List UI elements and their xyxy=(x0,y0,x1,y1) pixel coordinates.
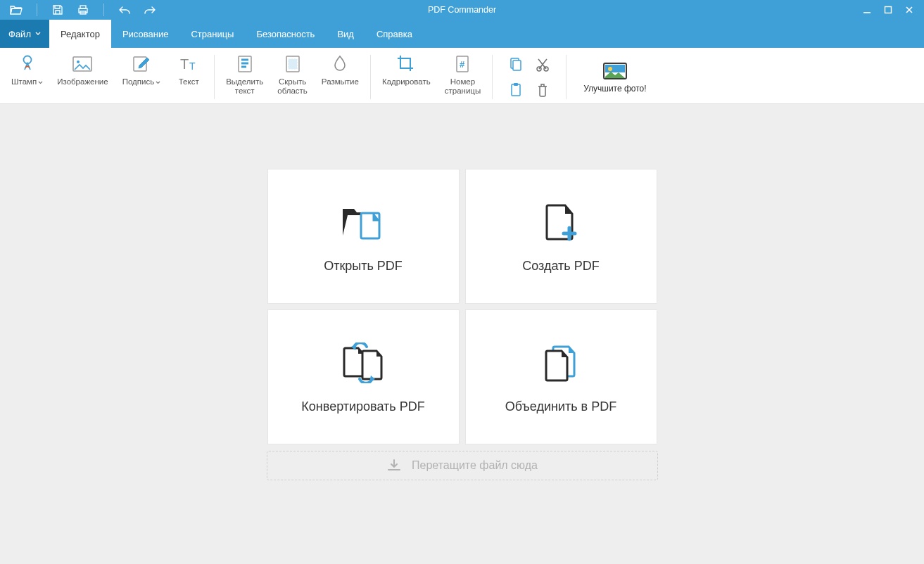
rlabel: Подпись xyxy=(122,77,155,86)
quick-access xyxy=(0,1,159,19)
chevron-down-icon xyxy=(156,81,160,84)
paste-button[interactable] xyxy=(504,79,528,101)
enhance-photo-button[interactable]: Улучшите фото! xyxy=(571,51,659,103)
delete-button[interactable] xyxy=(531,79,555,101)
page-number-icon: # xyxy=(454,52,471,76)
text-icon: T T xyxy=(178,52,199,76)
ribbon-separator xyxy=(492,55,493,99)
print-icon[interactable] xyxy=(74,1,92,19)
ribbon-group-insert: Штамп Изображение Подпись xyxy=(4,51,210,103)
menu-security[interactable]: Безопасность xyxy=(245,20,326,48)
separator xyxy=(37,4,37,16)
redo-icon[interactable] xyxy=(141,1,159,19)
page-number-button[interactable]: # Номер страницы xyxy=(438,51,488,103)
svg-point-27 xyxy=(608,67,612,71)
undo-icon[interactable] xyxy=(115,1,134,19)
create-pdf-card[interactable]: Создать PDF xyxy=(465,169,657,304)
menu-file[interactable]: Файл xyxy=(0,20,49,48)
window-controls xyxy=(859,2,924,18)
ribbon: Штамп Изображение Подпись xyxy=(0,48,924,104)
menu-label: Страницы xyxy=(191,29,234,39)
highlight-icon xyxy=(236,52,254,76)
rlabel: Размытие xyxy=(322,77,359,86)
convert-pdf-card[interactable]: Конвертировать PDF xyxy=(267,309,460,444)
merge-pdf-icon xyxy=(539,339,583,387)
enhance-photo-label: Улучшите фото! xyxy=(583,84,646,94)
maximize-button[interactable] xyxy=(880,2,896,18)
download-icon xyxy=(386,459,402,473)
menu-label: Редактор xyxy=(61,29,100,39)
menu-label: Рисование xyxy=(122,29,168,39)
menu-file-label: Файл xyxy=(8,29,31,39)
card-label: Открыть PDF xyxy=(324,259,403,274)
svg-rect-24 xyxy=(514,83,518,86)
menu-label: Вид xyxy=(337,29,354,39)
open-pdf-card[interactable]: Открыть PDF xyxy=(267,169,460,304)
open-pdf-icon xyxy=(338,198,388,246)
image-icon xyxy=(72,52,93,76)
start-cards: Открыть PDF Создать PDF xyxy=(267,169,657,444)
hide-area-icon xyxy=(284,52,302,76)
svg-rect-1 xyxy=(80,6,86,8)
menu-label: Справка xyxy=(376,29,412,39)
merge-pdf-card[interactable]: Объединить в PDF xyxy=(465,309,657,444)
menu-editor[interactable]: Редактор xyxy=(49,20,111,48)
signature-button[interactable]: Подпись xyxy=(115,51,168,103)
svg-rect-16 xyxy=(289,59,297,69)
chevron-down-icon xyxy=(35,32,41,36)
signature-icon xyxy=(132,52,151,76)
rlabel: Текст xyxy=(179,77,199,86)
highlight-text-button[interactable]: Выделить текст xyxy=(219,51,270,103)
svg-rect-4 xyxy=(885,7,892,13)
dropzone[interactable]: Перетащите файл сюда xyxy=(267,451,658,480)
cut-button[interactable] xyxy=(531,53,555,76)
dropzone-label: Перетащите файл сюда xyxy=(412,459,538,472)
stamp-icon xyxy=(18,52,37,76)
menu-view[interactable]: Вид xyxy=(326,20,365,48)
card-label: Конвертировать PDF xyxy=(301,399,424,414)
svg-point-7 xyxy=(77,60,80,63)
menu-help[interactable]: Справка xyxy=(365,20,424,48)
blur-button[interactable]: Размытие xyxy=(315,51,366,103)
text-button[interactable]: T T Текст xyxy=(167,51,210,103)
rlabel: Номер страницы xyxy=(445,77,481,96)
menu-drawing[interactable]: Рисование xyxy=(111,20,179,48)
hide-area-button[interactable]: Скрыть область xyxy=(270,51,315,103)
ribbon-separator xyxy=(566,55,567,99)
crop-icon xyxy=(396,52,416,76)
rlabel: Выделить текст xyxy=(226,77,263,96)
copy-button[interactable] xyxy=(504,53,528,76)
svg-text:T: T xyxy=(189,60,196,72)
image-button[interactable]: Изображение xyxy=(50,51,115,103)
svg-text:T: T xyxy=(180,56,189,72)
stamp-button[interactable]: Штамп xyxy=(4,51,50,103)
create-pdf-icon xyxy=(541,198,581,246)
svg-text:#: # xyxy=(460,59,465,70)
ribbon-separator xyxy=(214,55,215,99)
save-icon[interactable] xyxy=(49,1,67,19)
close-button[interactable] xyxy=(901,2,917,18)
svg-rect-23 xyxy=(512,84,520,96)
minimize-button[interactable] xyxy=(859,2,875,18)
card-label: Создать PDF xyxy=(522,259,599,274)
titlebar: PDF Commander xyxy=(0,0,924,20)
menu-pages[interactable]: Страницы xyxy=(179,20,245,48)
enhance-photo-icon xyxy=(602,61,628,81)
menu-label: Безопасность xyxy=(256,29,315,39)
ribbon-group-redact: Выделить текст Скрыть область Размытие xyxy=(219,51,366,103)
workspace: Открыть PDF Создать PDF xyxy=(0,104,924,564)
ribbon-separator xyxy=(370,55,371,99)
svg-rect-20 xyxy=(513,60,521,70)
card-label: Объединить в PDF xyxy=(505,399,616,414)
ribbon-group-page: Кадрировать # Номер страницы xyxy=(375,51,488,103)
open-file-icon[interactable] xyxy=(7,1,25,19)
ribbon-clipboard-group xyxy=(497,51,562,103)
convert-pdf-icon xyxy=(340,339,386,387)
blur-icon xyxy=(332,52,348,76)
rlabel: Изображение xyxy=(57,77,108,86)
crop-button[interactable]: Кадрировать xyxy=(375,51,438,103)
rlabel: Штамп xyxy=(11,77,37,86)
rlabel: Скрыть область xyxy=(277,77,308,96)
separator xyxy=(103,4,104,16)
rlabel: Кадрировать xyxy=(382,77,431,86)
